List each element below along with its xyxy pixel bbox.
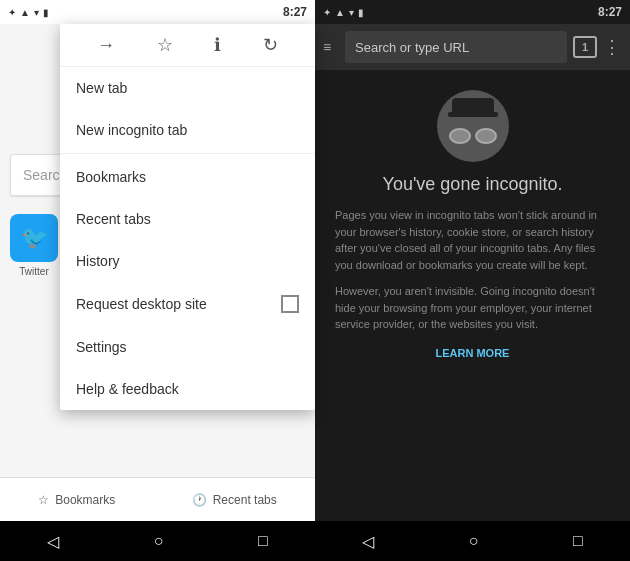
menu-item-request-desktop[interactable]: Request desktop site: [60, 282, 315, 326]
tab-count: 1: [582, 41, 588, 53]
left-time: 8:27: [283, 5, 307, 19]
incognito-site-icon: ≡: [323, 39, 339, 55]
right-bluetooth-icon: ✦: [323, 7, 331, 18]
right-status-bar: ✦ ▲ ▾ ▮ 8:27: [315, 0, 630, 24]
right-menu-icon[interactable]: ⋮: [603, 36, 622, 58]
right-home-icon[interactable]: ○: [469, 532, 479, 550]
menu-item-help[interactable]: Help & feedback: [60, 368, 315, 410]
left-status-bar: ✦ ▲ ▾ ▮ 8:27: [0, 0, 315, 24]
bluetooth-icon: ✦: [8, 7, 16, 18]
bookmarks-star-icon: ☆: [38, 493, 49, 507]
left-bottom-bar: ☆ Bookmarks 🕐 Recent tabs: [0, 477, 315, 521]
menu-item-history[interactable]: History: [60, 240, 315, 282]
twitter-label: Twitter: [19, 266, 48, 277]
battery-icon: ▮: [43, 7, 49, 18]
star-icon[interactable]: ☆: [157, 34, 173, 56]
incognito-avatar: [437, 90, 509, 162]
menu-divider-1: [60, 153, 315, 154]
twitter-icon: 🐦: [10, 214, 58, 262]
right-recent-icon[interactable]: □: [573, 532, 583, 550]
right-wifi-icon: ▾: [349, 7, 354, 18]
right-search-bar[interactable]: Search or type URL: [345, 31, 567, 63]
menu-item-settings[interactable]: Settings: [60, 326, 315, 368]
tab-count-badge[interactable]: 1: [573, 36, 597, 58]
wifi-icon: ▾: [34, 7, 39, 18]
dropdown-menu: → ☆ ℹ ↻ New tab New incognito tab Bookma…: [60, 24, 315, 410]
menu-toolbar: → ☆ ℹ ↻: [60, 24, 315, 67]
request-desktop-checkbox[interactable]: [281, 295, 299, 313]
menu-item-new-incognito-tab[interactable]: New incognito tab: [60, 109, 315, 151]
incognito-body-2: However, you aren't invisible. Going inc…: [335, 283, 610, 333]
signal-icon: ▲: [20, 7, 30, 18]
left-status-icons: ✦ ▲ ▾ ▮: [8, 7, 49, 18]
bookmarks-bar-item[interactable]: ☆ Bookmarks: [38, 493, 115, 507]
refresh-icon[interactable]: ↻: [263, 34, 278, 56]
right-chrome-bar: ≡ Search or type URL 1 ⋮: [315, 24, 630, 70]
menu-item-bookmarks[interactable]: Bookmarks: [60, 156, 315, 198]
left-panel: ✦ ▲ ▾ ▮ 8:27 Google Search or type URL 🐦…: [0, 0, 315, 561]
incognito-title: You've gone incognito.: [383, 174, 563, 195]
recent-tabs-clock-icon: 🕐: [192, 493, 207, 507]
right-battery-icon: ▮: [358, 7, 364, 18]
left-nav-bar: ◁ ○ □: [0, 521, 315, 561]
bookmarks-label: Bookmarks: [55, 493, 115, 507]
right-time: 8:27: [598, 5, 622, 19]
learn-more-link[interactable]: LEARN MORE: [436, 347, 510, 359]
info-icon[interactable]: ℹ: [214, 34, 221, 56]
menu-item-recent-tabs[interactable]: Recent tabs: [60, 198, 315, 240]
right-panel: ✦ ▲ ▾ ▮ 8:27 ≡ Search or type URL 1 ⋮: [315, 0, 630, 561]
recent-tabs-bar-item[interactable]: 🕐 Recent tabs: [192, 493, 277, 507]
right-nav-bar: ◁ ○ □: [315, 521, 630, 561]
shortcut-twitter[interactable]: 🐦 Twitter: [10, 214, 58, 299]
right-search-text: Search or type URL: [355, 40, 469, 55]
left-home-icon[interactable]: ○: [154, 532, 164, 550]
menu-item-new-tab[interactable]: New tab: [60, 67, 315, 109]
left-back-icon[interactable]: ◁: [47, 532, 59, 551]
left-recent-icon[interactable]: □: [258, 532, 268, 550]
recent-tabs-label: Recent tabs: [213, 493, 277, 507]
right-status-icons: ✦ ▲ ▾ ▮: [323, 7, 364, 18]
arrow-forward-icon[interactable]: →: [97, 35, 115, 56]
right-signal-icon: ▲: [335, 7, 345, 18]
incognito-content: You've gone incognito. Pages you view in…: [315, 70, 630, 521]
incognito-body-1: Pages you view in incognito tabs won't s…: [335, 207, 610, 273]
right-back-icon[interactable]: ◁: [362, 532, 374, 551]
